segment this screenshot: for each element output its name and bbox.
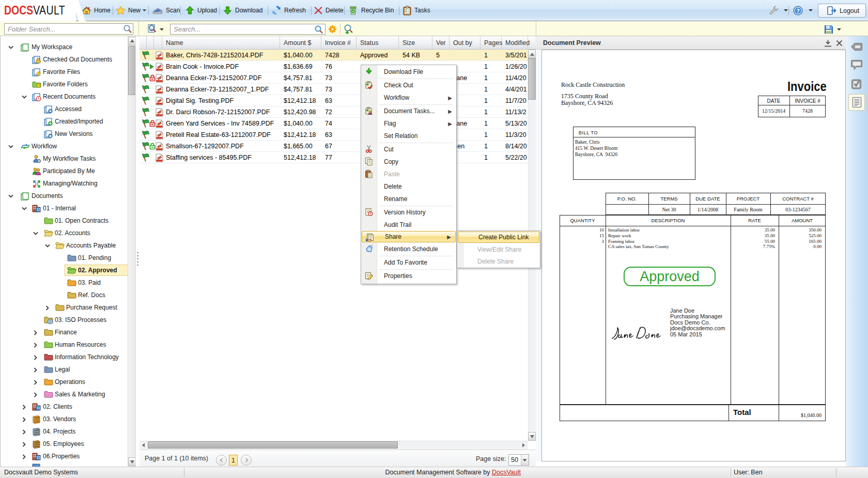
svg-text:?: ?	[796, 7, 800, 13]
